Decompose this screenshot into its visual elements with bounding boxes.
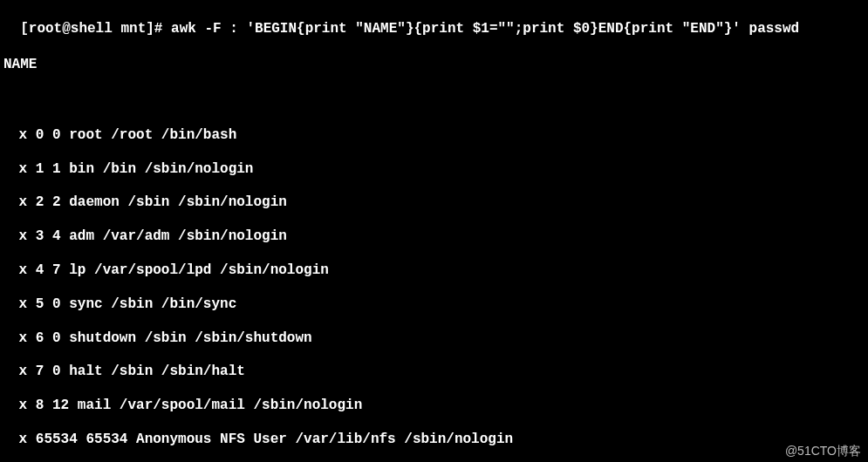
output-entry: x 6 0 shutdown /sbin /sbin/shutdown bbox=[3, 330, 865, 348]
blank-line bbox=[3, 347, 865, 363]
output-header: NAME bbox=[3, 56, 865, 74]
shell-prompt: [root@shell mnt]# bbox=[20, 21, 171, 37]
output-entry: x 5 0 sync /sbin /bin/sync bbox=[3, 296, 865, 314]
output-entry: x 7 0 halt /sbin /sbin/halt bbox=[3, 363, 865, 381]
blank-line bbox=[3, 145, 865, 160]
output-entry: x 0 0 root /root /bin/bash bbox=[3, 126, 865, 145]
blank-line bbox=[3, 212, 865, 228]
blank-line bbox=[3, 415, 865, 431]
terminal-output[interactable]: [root@shell mnt]# awk -F : 'BEGIN{print … bbox=[3, 2, 865, 462]
blank-line bbox=[3, 111, 865, 126]
output-entry: x 65534 65534 Anonymous NFS User /var/li… bbox=[3, 431, 865, 449]
blank-line bbox=[3, 381, 865, 397]
output-entry: x 4 7 lp /var/spool/lpd /sbin/nologin bbox=[3, 262, 865, 280]
output-entry: x 8 12 mail /var/spool/mail /sbin/nologi… bbox=[3, 397, 865, 415]
command-text: awk -F : 'BEGIN{print "NAME"}{print $1="… bbox=[171, 21, 799, 37]
output-entry: x 1 1 bin /bin /sbin/nologin bbox=[3, 160, 865, 179]
blank-line bbox=[3, 246, 865, 262]
blank-line bbox=[3, 280, 865, 296]
output-entries: x 0 0 root /root /bin/bash x 1 1 bin /bi… bbox=[3, 111, 865, 449]
output-entry: x 3 4 adm /var/adm /sbin/nologin bbox=[3, 228, 865, 246]
watermark-text: @51CTO博客 bbox=[785, 443, 861, 459]
output-entry: x 2 2 daemon /sbin /sbin/nologin bbox=[3, 194, 865, 212]
blank-line bbox=[3, 314, 865, 330]
blank-line bbox=[3, 178, 865, 194]
